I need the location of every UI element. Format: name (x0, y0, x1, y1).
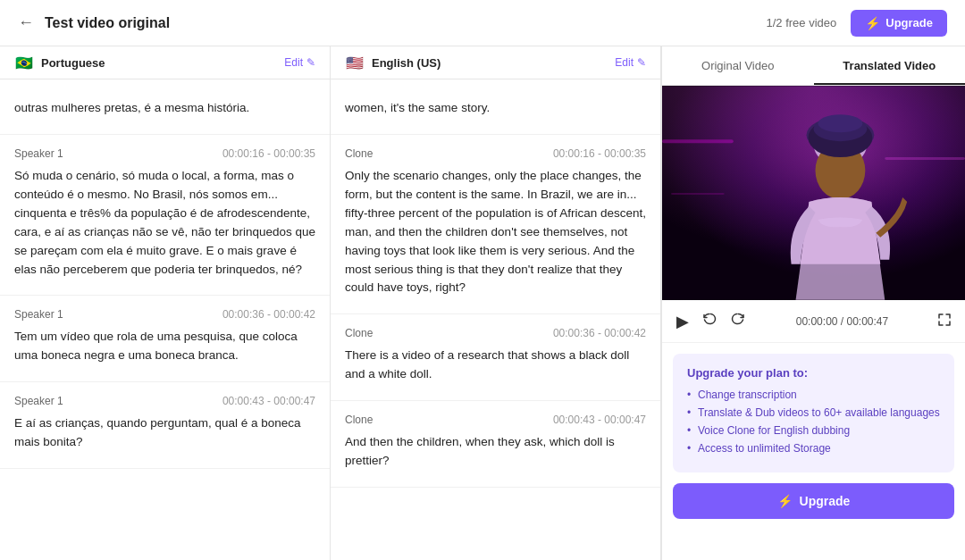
time-separator: / (841, 315, 847, 328)
english-language-label: English (US) (372, 56, 608, 70)
fullscreen-icon (936, 312, 952, 328)
time-label: 00:00:36 - 00:00:42 (222, 308, 315, 321)
portuguese-panel-header: 🇧🇷 Portuguese Edit ✎ (0, 46, 330, 79)
page-title: Test video original (45, 15, 766, 31)
svg-rect-4 (671, 193, 725, 195)
video-panel: Original Video Translated Video (661, 46, 965, 560)
english-edit-icon: ✎ (637, 56, 646, 69)
time-display: 00:00:00 / 00:00:47 (757, 315, 927, 328)
tab-translated-video[interactable]: Translated Video (814, 46, 966, 85)
list-item: Access to unlimited Storage (687, 442, 940, 455)
play-icon: ▶ (676, 312, 689, 331)
main-area: 🇧🇷 Portuguese Edit ✎ outras mulheres pre… (0, 46, 965, 560)
time-label: 00:00:43 - 00:00:47 (222, 395, 315, 407)
tab-original-video[interactable]: Original Video (662, 46, 814, 85)
topbar: ← Test video original 1/2 free video ⚡ U… (0, 0, 965, 46)
upgrade-cta-bolt: ⚡ (777, 494, 793, 508)
time-label: 00:00:36 - 00:00:42 (553, 327, 646, 339)
svg-rect-2 (662, 139, 734, 143)
video-display (662, 86, 965, 300)
segment-meta: Clone 00:00:16 - 00:00:35 (345, 147, 646, 160)
svg-rect-3 (885, 157, 965, 160)
time-label: 00:00:16 - 00:00:35 (553, 147, 646, 160)
segment-text: And then the children, when they ask, wh… (345, 433, 646, 471)
back-button[interactable]: ← (18, 13, 34, 32)
speaker-label: Clone (345, 327, 373, 339)
table-row: Clone 00:00:16 - 00:00:35 Only the scena… (331, 135, 660, 314)
forward-icon (730, 311, 746, 331)
segment-text: Tem um vídeo que rola de uma pesquisa, q… (14, 328, 315, 365)
speaker-label: Clone (345, 147, 373, 160)
free-video-label: 1/2 free video (766, 16, 836, 29)
speaker-label: Clone (345, 414, 373, 426)
table-row: Speaker 1 00:00:43 - 00:00:47 E aí as cr… (0, 382, 330, 469)
segment-meta: Clone 00:00:36 - 00:00:42 (345, 327, 646, 339)
portuguese-language-label: Portuguese (41, 56, 277, 70)
time-label: 00:00:16 - 00:00:35 (222, 147, 315, 160)
upgrade-button[interactable]: ⚡ Upgrade (851, 10, 947, 37)
segment-text: Só muda o cenário, só muda o local, a fo… (14, 167, 315, 280)
bolt-icon: ⚡ (865, 16, 880, 30)
portuguese-edit-icon: ✎ (306, 56, 315, 69)
english-edit-label: Edit (615, 56, 634, 69)
upgrade-cta-label: Upgrade (800, 494, 851, 508)
time-total: 00:00:47 (847, 315, 889, 328)
segment-meta: Speaker 1 00:00:43 - 00:00:47 (14, 395, 315, 407)
portuguese-panel: 🇧🇷 Portuguese Edit ✎ outras mulheres pre… (0, 46, 331, 560)
segment-text: women, it's the same story. (345, 99, 646, 118)
portuguese-edit-label: Edit (284, 56, 303, 69)
segment-meta: Clone 00:00:43 - 00:00:47 (345, 414, 646, 426)
segment-meta: Speaker 1 00:00:36 - 00:00:42 (14, 308, 315, 321)
english-panel: 🇺🇸 English (US) Edit ✎ women, it's the s… (331, 46, 661, 560)
video-controls: ▶ (662, 300, 965, 343)
video-tabs: Original Video Translated Video (662, 46, 965, 86)
english-panel-header: 🇺🇸 English (US) Edit ✎ (331, 46, 660, 79)
upgrade-panel: Upgrade your plan to: Change transcripti… (673, 354, 954, 472)
segment-text: There is a video of a research that show… (345, 347, 646, 384)
list-item: Translate & Dub videos to 60+ available … (687, 406, 940, 419)
table-row: Speaker 1 00:00:16 - 00:00:35 Só muda o … (0, 135, 330, 297)
video-frame (662, 86, 965, 300)
svg-point-10 (818, 114, 862, 132)
portuguese-edit-button[interactable]: Edit ✎ (284, 56, 315, 69)
fullscreen-button[interactable] (936, 312, 952, 331)
english-edit-button[interactable]: Edit ✎ (615, 56, 646, 69)
time-current: 00:00:00 (796, 315, 838, 328)
play-button[interactable]: ▶ (675, 310, 691, 333)
table-row: Clone 00:00:36 - 00:00:42 There is a vid… (331, 314, 660, 401)
topbar-right: 1/2 free video ⚡ Upgrade (766, 10, 947, 37)
table-row: outras mulheres pretas, é a mesma histór… (0, 79, 330, 135)
upgrade-cta-button[interactable]: ⚡ Upgrade (673, 483, 954, 519)
segment-meta: Speaker 1 00:00:16 - 00:00:35 (14, 147, 315, 160)
upgrade-feature-list: Change transcription Translate & Dub vid… (687, 389, 940, 455)
portuguese-segments: outras mulheres pretas, é a mesma histór… (0, 79, 330, 469)
table-row: Clone 00:00:43 - 00:00:47 And then the c… (331, 401, 660, 488)
english-flag: 🇺🇸 (345, 55, 365, 70)
time-label: 00:00:43 - 00:00:47 (553, 414, 646, 426)
segment-text: E aí as crianças, quando perguntam, qual… (14, 414, 315, 452)
table-row: women, it's the same story. (331, 79, 660, 135)
list-item: Change transcription (687, 389, 940, 401)
rewind-icon (701, 311, 717, 331)
upgrade-button-label: Upgrade (885, 16, 933, 29)
speaker-label: Speaker 1 (14, 147, 63, 160)
rewind-button[interactable] (700, 309, 719, 333)
english-segments: women, it's the same story. Clone 00:00:… (331, 79, 660, 488)
speaker-label: Speaker 1 (14, 395, 63, 407)
table-row: Speaker 1 00:00:36 - 00:00:42 Tem um víd… (0, 296, 330, 382)
forward-button[interactable] (728, 309, 748, 333)
portuguese-flag: 🇧🇷 (14, 55, 34, 70)
speaker-label: Speaker 1 (14, 308, 63, 321)
upgrade-panel-title: Upgrade your plan to: (687, 366, 940, 380)
list-item: Voice Clone for English dubbing (687, 424, 940, 437)
segment-text: outras mulheres pretas, é a mesma histór… (14, 99, 315, 118)
segment-text: Only the scenario changes, only the plac… (345, 167, 646, 297)
